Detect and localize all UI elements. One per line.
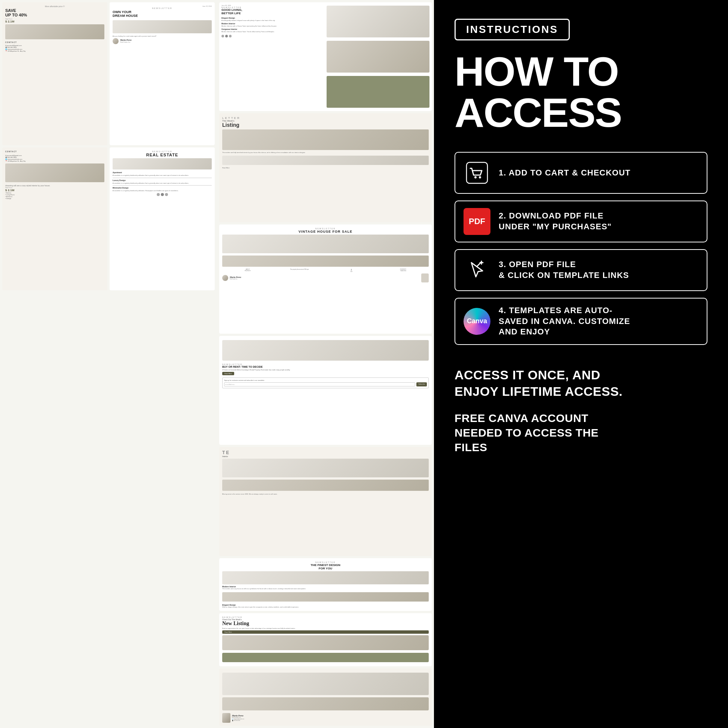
preview-card-9: TE Interior Moving name is the service s… [219, 447, 432, 556]
left-panel: More affordable price !!! SAVEUP TO 40% … [0, 0, 217, 728]
svg-point-1 [474, 176, 477, 179]
step-4-text: 4. TEMPLATES ARE AUTO-SAVED IN CANVA. CU… [499, 305, 630, 338]
svg-point-2 [479, 176, 481, 179]
cart-icon [463, 159, 491, 186]
lifetime-access-text: ACCESS IT ONCE, ANDENJOY LIFETIME ACCESS… [454, 367, 707, 399]
preview-card-7: NEWSLETTER VINTAGE HOUSE FOR SALE ABOUTP… [219, 225, 432, 333]
preview-card-10: NEWSLETTER THE FINEST DESIGNFOR YOU Mode… [219, 558, 432, 611]
preview-card-2: June 20, 2024 NEWSLETTER OWN YOURDREAM H… [110, 2, 215, 145]
preview-card-3: CONTACT ✉ youremail@gmail.com ☎ 000 000 … [2, 147, 107, 290]
canva-icon: Canva [463, 308, 491, 335]
middle-panel: June 30, 2024 NEWSLETTER GOOD LIVING,BET… [217, 0, 434, 728]
preview-card-11: NEWSLETTER Check Out This Week's New Lis… [219, 613, 432, 666]
agent-row-2: Maria Perez Real Estate Inc. [113, 38, 212, 44]
step-4-box: Canva 4. TEMPLATES ARE AUTO-SAVED IN CAN… [454, 298, 707, 345]
card1-header: More affordable price !!! [5, 5, 104, 8]
svg-rect-0 [466, 162, 488, 183]
step-3-text: 3. OPEN PDF FILE& CLICK ON TEMPLATE LINK… [499, 259, 629, 281]
step-3-box: 3. OPEN PDF FILE& CLICK ON TEMPLATE LINK… [454, 249, 707, 291]
step-2-box: PDF 2. DOWNLOAD PDF FILEUNDER "MY PURCHA… [454, 200, 707, 242]
right-panel: INSTRUCTIONS HOW TOACCESS 1. ADD TO CART… [434, 0, 728, 728]
canva-account-text: FREE CANVA ACCOUNTNEEDED TO ACCESS THEFI… [454, 411, 707, 454]
instructions-badge: INSTRUCTIONS [454, 19, 570, 40]
preview-card-4: NEWSLETTER REAL ESTATE Apartment A newsl… [110, 147, 215, 290]
step-1-text: 1. ADD TO CART & CHECKOUT [499, 168, 631, 179]
cursor-icon [463, 257, 491, 284]
preview-card-1: More affordable price !!! SAVEUP TO 40% … [2, 2, 107, 145]
preview-card-8: NEWSLETTER BUY OR RENT: TIME TO DECIDE 5… [219, 336, 432, 445]
main-title: HOW TOACCESS [454, 51, 707, 133]
preview-card-6: LETTER This Week's Listing The modern an… [219, 113, 432, 222]
preview-card-5: June 30, 2024 NEWSLETTER GOOD LIVING,BET… [219, 2, 432, 111]
instructions-label: INSTRUCTIONS [466, 24, 558, 35]
preview-card-12: Maria Perez Real Estate Inc. 📧 hiagents@… [219, 668, 432, 726]
pdf-icon: PDF [463, 208, 491, 235]
bottom-text: ACCESS IT ONCE, ANDENJOY LIFETIME ACCESS… [454, 367, 707, 454]
step-2-text: 2. DOWNLOAD PDF FILEUNDER "MY PURCHASES" [499, 211, 612, 232]
step-1-box: 1. ADD TO CART & CHECKOUT [454, 152, 707, 194]
